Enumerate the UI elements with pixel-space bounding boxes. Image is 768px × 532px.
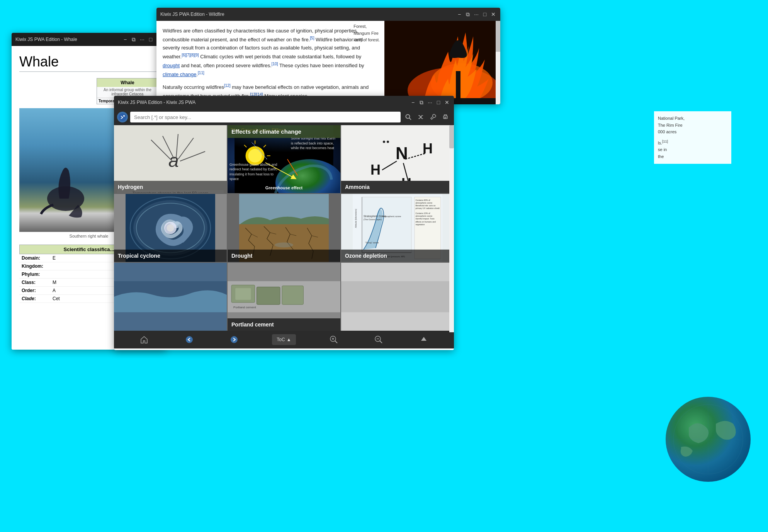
svg-text:N: N [396,144,408,163]
svg-text:(The Ozone Layer): (The Ozone Layer) [364,218,382,221]
ref-5[interactable]: [5] [310,36,314,40]
card-hydrogen[interactable]: a Temperature change in the last 50 year… [114,125,227,193]
wildfire-window-title: Kiwix JS PWA Edition - Wildfire [160,12,456,17]
kiwix-scrollbar[interactable] [449,125,454,332]
back-button[interactable] [182,333,196,347]
ref-6789[interactable]: [6][7][8][9] [182,53,199,57]
right-partial-line: ls.[11] [658,139,727,146]
wildfire-image [384,21,500,104]
globe-partial [666,397,751,482]
right-text-line: Forest, [353,23,380,30]
right-partial-line: se in [658,146,727,153]
wildfire-scrollbar-thumb[interactable] [496,21,500,52]
zoom-out-button[interactable] [372,333,386,347]
shuffle-icon-btn[interactable] [415,112,426,122]
greenhouse-caption-2: Greenhouse gases absorb and redirect hea… [229,162,280,182]
svg-line-87 [380,341,382,343]
kiwix-menu-btn[interactable]: ··· [427,99,433,105]
whale-svg [27,158,104,220]
phylum-label: Phylum: [19,270,50,279]
right-partial-line: the [658,153,727,160]
svg-text:atmospheric ozone: atmospheric ozone [415,202,432,204]
tropical-cyclone-title: Tropical cyclone [114,250,227,262]
kiwix-grid: a Temperature change in the last 50 year… [114,125,454,331]
search-icon-btn[interactable] [403,112,414,122]
svg-rect-76 [257,287,280,304]
card-climate-change[interactable]: Tropical cyclone [114,194,227,262]
clade-label: Clade: [19,295,50,303]
portland-title: Portland cement [228,318,340,331]
kiwix-search-input[interactable] [130,112,401,122]
whale-minimize-btn[interactable]: − [122,36,128,42]
zoom-in-button[interactable] [327,333,341,347]
forward-button[interactable] [227,333,241,347]
card-partial-1[interactable] [114,263,227,331]
kingdom-label: Kingdom: [19,262,50,270]
wildfire-text: Wildfires are often classified by charac… [156,21,384,104]
svg-rect-79 [341,281,454,313]
wildfire-window: Kiwix JS PWA Edition - Wildfire − ⧉ ··· … [156,8,500,104]
ref-12[interactable]: [12] [224,83,231,88]
partial-card-1-svg [114,263,227,331]
settings-icon-btn[interactable] [428,112,438,122]
extra-svg [341,263,454,331]
svg-rect-4 [456,71,460,102]
whale-tile-btn[interactable]: ⧉ [131,36,137,42]
greenhouse-caption-1: Some sunlight that hits Earth is reflect… [291,136,337,151]
kiwix-logo-svg [118,113,127,121]
toc-button[interactable]: ToC ▲ [272,334,296,345]
card-effects-climate[interactable]: The Greenhouse Effect Some sunlight that… [228,125,340,193]
right-text-line: Mangum Fire [353,30,380,37]
wildfire-maximize-btn[interactable]: □ [482,11,488,17]
wildfire-menu-btn[interactable]: ··· [473,11,479,17]
wildfire-tile-btn[interactable]: ⧉ [465,11,471,17]
wildfire-close-btn[interactable]: ✕ [490,11,496,17]
kiwix-tile-btn[interactable]: ⧉ [418,99,425,105]
wildfire-scrollbar[interactable] [496,21,500,104]
print-icon-btn[interactable] [440,112,451,122]
back-icon [185,335,194,344]
whale-article-title: Whale [19,54,158,72]
kiwix-maximize-btn[interactable]: □ [435,99,442,105]
kiwix-minimize-btn[interactable]: − [410,99,416,105]
scroll-up-button[interactable] [417,333,431,347]
whale-menu-btn[interactable]: ··· [139,36,145,42]
svg-point-51 [275,243,293,248]
wildfire-right-text: Forest, Mangum Fire km²) of forest. [353,23,380,44]
climate-change-link[interactable]: climate change [163,71,196,77]
svg-text:effects on humans and: effects on humans and [415,221,436,223]
kiwix-logo [117,112,128,122]
toc-label: ToC [277,337,285,342]
wildfire-titlebar: Kiwix JS PWA Edition - Wildfire − ⧉ ··· … [156,8,500,21]
search-icon [405,114,411,120]
ref-10[interactable]: [10] [272,62,278,66]
card-ammonia[interactable]: N H H H Ammonia [341,125,454,193]
ref-11[interactable]: [11] [198,71,204,75]
card-ozone[interactable]: Altitude (kilometers) Ozone amount (pres… [341,194,454,262]
svg-line-15 [178,138,194,159]
wildfire-content: Wildfires are often classified by charac… [156,21,500,104]
globe-svg [666,397,751,482]
wrench-icon [430,114,436,120]
svg-point-80 [186,336,193,343]
drought-link[interactable]: drought [163,63,180,68]
wildfire-minimize-btn[interactable]: − [456,11,462,17]
whale-maximize-btn[interactable]: □ [148,36,154,42]
right-partial-line: The Rim Fire [658,122,727,129]
wildfire-window-controls[interactable]: − ⧉ ··· □ ✕ [456,11,496,17]
print-icon [442,114,449,120]
card-extra [341,263,454,331]
home-button[interactable] [137,333,151,347]
svg-text:atmospheric ozone: atmospheric ozone [415,215,432,217]
toc-arrow-icon: ▲ [287,337,291,342]
card-portland[interactable]: Portland cement Portland cement [228,263,340,331]
kiwix-main-controls[interactable]: − ⧉ ··· □ ✕ [410,99,450,105]
kiwix-close-btn[interactable]: ✕ [444,99,450,105]
forward-icon [230,335,238,344]
effects-climate-title: Effects of climate change [228,125,340,138]
card-drought[interactable]: Drought [228,194,340,262]
svg-rect-75 [235,288,251,300]
svg-line-16 [180,151,205,161]
svg-text:primary UV radiation shield: primary UV radiation shield [415,207,439,209]
kiwix-scrollbar-thumb[interactable] [449,125,454,148]
